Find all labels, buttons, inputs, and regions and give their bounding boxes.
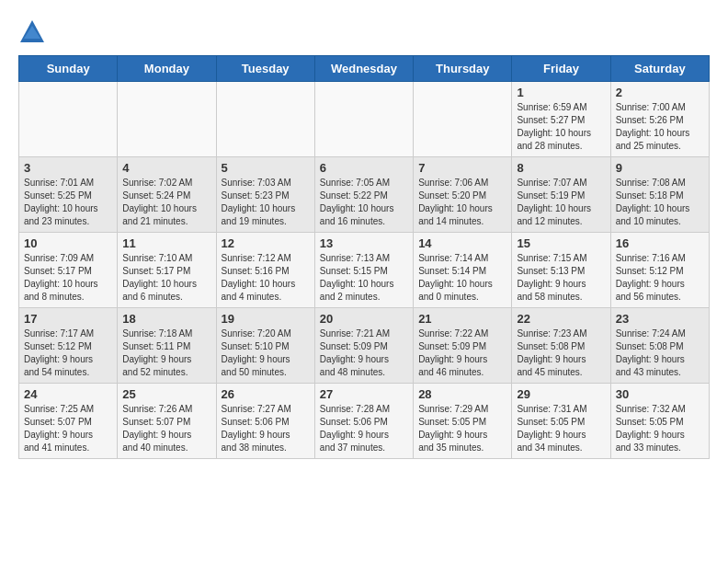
cell-content: Sunrise: 7:23 AM Sunset: 5:08 PM Dayligh… [517,327,605,379]
cell-content: Sunrise: 7:13 AM Sunset: 5:15 PM Dayligh… [320,252,408,304]
day-number: 27 [320,387,408,401]
calendar-cell: 25Sunrise: 7:26 AM Sunset: 5:07 PM Dayli… [118,384,216,459]
cell-content: Sunrise: 7:02 AM Sunset: 5:24 PM Dayligh… [122,177,210,228]
cell-content: Sunrise: 7:08 AM Sunset: 5:18 PM Dayligh… [616,177,704,228]
calendar-cell: 3Sunrise: 7:01 AM Sunset: 5:25 PM Daylig… [19,157,118,233]
day-number: 21 [418,312,506,326]
day-number: 17 [24,312,112,326]
cell-content: Sunrise: 7:29 AM Sunset: 5:05 PM Dayligh… [418,403,506,454]
day-number: 19 [222,312,310,326]
calendar-cell: 1Sunrise: 6:59 AM Sunset: 5:27 PM Daylig… [512,82,610,157]
cell-content: Sunrise: 7:27 AM Sunset: 5:06 PM Dayligh… [222,403,310,454]
calendar-cell: 15Sunrise: 7:15 AM Sunset: 5:13 PM Dayli… [512,233,610,308]
calendar-cell: 11Sunrise: 7:10 AM Sunset: 5:17 PM Dayli… [118,233,216,308]
calendar-cell: 16Sunrise: 7:16 AM Sunset: 5:12 PM Dayli… [610,233,709,308]
calendar-cell: 2Sunrise: 7:00 AM Sunset: 5:26 PM Daylig… [610,82,709,157]
calendar-week-row: 3Sunrise: 7:01 AM Sunset: 5:25 PM Daylig… [19,157,710,233]
calendar-week-row: 17Sunrise: 7:17 AM Sunset: 5:12 PM Dayli… [19,308,710,384]
weekday-header-monday: Monday [118,56,216,82]
calendar-cell: 27Sunrise: 7:28 AM Sunset: 5:06 PM Dayli… [314,384,413,459]
cell-content: Sunrise: 7:01 AM Sunset: 5:25 PM Dayligh… [24,177,112,228]
cell-content: Sunrise: 7:25 AM Sunset: 5:07 PM Dayligh… [24,403,112,454]
calendar-cell: 9Sunrise: 7:08 AM Sunset: 5:18 PM Daylig… [610,157,709,233]
weekday-header-sunday: Sunday [19,56,118,82]
calendar-cell: 22Sunrise: 7:23 AM Sunset: 5:08 PM Dayli… [512,308,610,384]
cell-content: Sunrise: 6:59 AM Sunset: 5:27 PM Dayligh… [517,101,605,153]
cell-content: Sunrise: 7:26 AM Sunset: 5:07 PM Dayligh… [122,403,210,454]
day-number: 12 [222,236,310,250]
day-number: 29 [517,387,605,401]
calendar-cell: 21Sunrise: 7:22 AM Sunset: 5:09 PM Dayli… [414,308,512,384]
cell-content: Sunrise: 7:03 AM Sunset: 5:23 PM Dayligh… [222,177,310,228]
cell-content: Sunrise: 7:21 AM Sunset: 5:09 PM Dayligh… [320,327,408,379]
cell-content: Sunrise: 7:32 AM Sunset: 5:05 PM Dayligh… [616,403,704,454]
calendar-week-row: 1Sunrise: 6:59 AM Sunset: 5:27 PM Daylig… [19,82,710,157]
calendar-table: SundayMondayTuesdayWednesdayThursdayFrid… [18,55,710,459]
day-number: 24 [24,387,112,401]
day-number: 4 [122,161,210,175]
day-number: 13 [320,236,408,250]
cell-content: Sunrise: 7:10 AM Sunset: 5:17 PM Dayligh… [122,252,210,304]
calendar-cell [118,82,216,157]
day-number: 1 [517,86,605,99]
day-number: 3 [24,161,112,175]
day-number: 11 [122,236,210,250]
calendar-cell [19,82,118,157]
calendar-cell: 28Sunrise: 7:29 AM Sunset: 5:05 PM Dayli… [414,384,512,459]
day-number: 6 [320,161,408,175]
day-number: 22 [517,312,605,326]
calendar-cell: 7Sunrise: 7:06 AM Sunset: 5:20 PM Daylig… [414,157,512,233]
logo [18,18,50,46]
day-number: 30 [616,387,704,401]
day-number: 23 [616,312,704,326]
day-number: 26 [222,387,310,401]
day-number: 9 [616,161,704,175]
cell-content: Sunrise: 7:14 AM Sunset: 5:14 PM Dayligh… [418,252,506,304]
cell-content: Sunrise: 7:22 AM Sunset: 5:09 PM Dayligh… [418,327,506,379]
weekday-header-tuesday: Tuesday [216,56,314,82]
calendar-cell: 20Sunrise: 7:21 AM Sunset: 5:09 PM Dayli… [314,308,413,384]
calendar-cell: 4Sunrise: 7:02 AM Sunset: 5:24 PM Daylig… [118,157,216,233]
day-number: 25 [122,387,210,401]
cell-content: Sunrise: 7:24 AM Sunset: 5:08 PM Dayligh… [616,327,704,379]
calendar-cell: 18Sunrise: 7:18 AM Sunset: 5:11 PM Dayli… [118,308,216,384]
day-number: 18 [122,312,210,326]
weekday-header-wednesday: Wednesday [314,56,413,82]
weekday-header-thursday: Thursday [414,56,512,82]
weekday-header-row: SundayMondayTuesdayWednesdayThursdayFrid… [19,56,710,82]
calendar-cell: 12Sunrise: 7:12 AM Sunset: 5:16 PM Dayli… [216,233,314,308]
calendar-cell [414,82,512,157]
calendar-week-row: 24Sunrise: 7:25 AM Sunset: 5:07 PM Dayli… [19,384,710,459]
cell-content: Sunrise: 7:15 AM Sunset: 5:13 PM Dayligh… [517,252,605,304]
cell-content: Sunrise: 7:18 AM Sunset: 5:11 PM Dayligh… [122,327,210,379]
day-number: 10 [24,236,112,250]
cell-content: Sunrise: 7:06 AM Sunset: 5:20 PM Dayligh… [418,177,506,228]
day-number: 28 [418,387,506,401]
calendar-cell: 5Sunrise: 7:03 AM Sunset: 5:23 PM Daylig… [216,157,314,233]
cell-content: Sunrise: 7:20 AM Sunset: 5:10 PM Dayligh… [222,327,310,379]
page-header [18,18,710,46]
calendar-cell: 26Sunrise: 7:27 AM Sunset: 5:06 PM Dayli… [216,384,314,459]
cell-content: Sunrise: 7:00 AM Sunset: 5:26 PM Dayligh… [616,101,704,153]
day-number: 5 [222,161,310,175]
calendar-week-row: 10Sunrise: 7:09 AM Sunset: 5:17 PM Dayli… [19,233,710,308]
calendar-cell: 10Sunrise: 7:09 AM Sunset: 5:17 PM Dayli… [19,233,118,308]
day-number: 16 [616,236,704,250]
cell-content: Sunrise: 7:05 AM Sunset: 5:22 PM Dayligh… [320,177,408,228]
cell-content: Sunrise: 7:12 AM Sunset: 5:16 PM Dayligh… [222,252,310,304]
day-number: 2 [616,86,704,99]
calendar-cell: 17Sunrise: 7:17 AM Sunset: 5:12 PM Dayli… [19,308,118,384]
cell-content: Sunrise: 7:16 AM Sunset: 5:12 PM Dayligh… [616,252,704,304]
calendar-cell [314,82,413,157]
calendar-cell: 19Sunrise: 7:20 AM Sunset: 5:10 PM Dayli… [216,308,314,384]
day-number: 15 [517,236,605,250]
cell-content: Sunrise: 7:17 AM Sunset: 5:12 PM Dayligh… [24,327,112,379]
day-number: 20 [320,312,408,326]
calendar-cell: 8Sunrise: 7:07 AM Sunset: 5:19 PM Daylig… [512,157,610,233]
weekday-header-saturday: Saturday [610,56,709,82]
logo-icon [18,18,46,46]
cell-content: Sunrise: 7:31 AM Sunset: 5:05 PM Dayligh… [517,403,605,454]
calendar-cell: 6Sunrise: 7:05 AM Sunset: 5:22 PM Daylig… [314,157,413,233]
day-number: 8 [517,161,605,175]
calendar-cell: 14Sunrise: 7:14 AM Sunset: 5:14 PM Dayli… [414,233,512,308]
